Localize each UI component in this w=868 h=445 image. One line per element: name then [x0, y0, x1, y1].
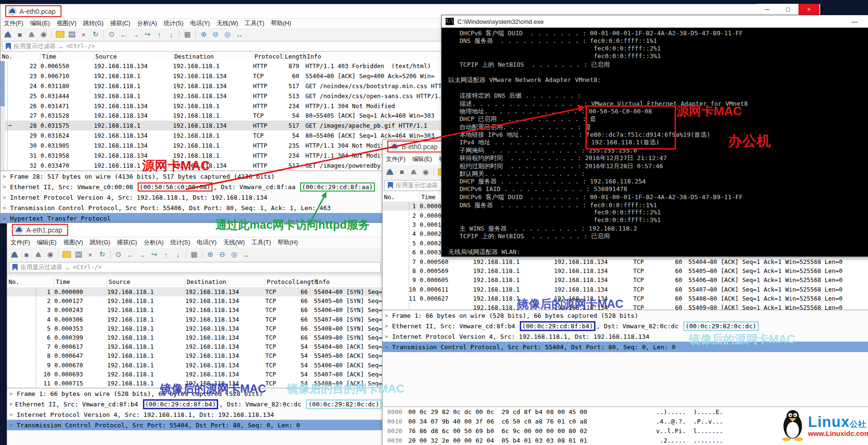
menu-item[interactable]: 跳转(G)	[80, 20, 107, 28]
bookmark-icon[interactable]	[12, 264, 18, 271]
detail-tcp-selected[interactable]: >Transmission Control Protocol, Src Port…	[383, 342, 868, 352]
bookmark-icon[interactable]	[6, 43, 11, 50]
packet-row[interactable]: 7 0.000617 192.168.118.1 192.168.118.134…	[7, 342, 383, 351]
menu-item[interactable]: 无线(W)	[220, 239, 248, 247]
packet-row[interactable]: 1 0.000000 192.168.118.1 192.168.118.134…	[7, 287, 383, 296]
column-header[interactable]: No.	[383, 192, 420, 202]
menu-item[interactable]: 文件(F)	[7, 239, 33, 247]
menu-item[interactable]: 视图(V)	[53, 20, 80, 28]
detail-ip[interactable]: >Internet Protocol Version 4, Src: 192.1…	[383, 331, 868, 342]
close-button[interactable]: ×	[798, 4, 819, 15]
resize-columns-icon[interactable]: ↔	[234, 30, 245, 39]
colorize-icon[interactable]: ▦	[182, 30, 193, 39]
packet-row[interactable]: 9 0.000605 192.168.118.1 192.168.118.134…	[383, 275, 868, 284]
capture-options-icon[interactable]: ◉	[38, 30, 49, 39]
packet-row[interactable]: 10 0.000693 192.168.118.1 192.168.118.13…	[7, 370, 383, 379]
packet-row[interactable]: 3 0.000243 192.168.118.1 192.168.118.134…	[7, 305, 383, 314]
column-header[interactable]: Info	[314, 276, 383, 287]
capture-start-icon[interactable]	[9, 250, 20, 259]
column-header[interactable]: Protocol	[253, 52, 283, 61]
menu-item[interactable]: 分析(A)	[141, 239, 167, 247]
open-file-icon[interactable]	[61, 250, 72, 259]
menu-item[interactable]: 电话(Y)	[187, 20, 213, 28]
capture-stop-icon[interactable]: ■	[14, 30, 25, 39]
menu-item[interactable]: 编辑(E)	[27, 20, 53, 28]
close-capture-icon[interactable]: ×	[85, 250, 96, 259]
capture-restart-icon[interactable]	[408, 167, 419, 177]
capture-start-icon[interactable]	[2, 30, 13, 39]
packet-row[interactable]: 2 0.000127 192.168.118.1 192.168.118.134…	[7, 296, 383, 305]
find-packet-icon[interactable]: ⊙	[113, 250, 124, 259]
packet-list-minimap[interactable]	[0, 61, 5, 171]
packet-row[interactable]: 192.168.118.1 192.168.118.134 TCP 60 554…	[383, 303, 868, 310]
close-capture-icon[interactable]: ×	[78, 30, 89, 39]
go-to-packet-icon[interactable]: ↪	[142, 30, 153, 39]
capture-stop-icon[interactable]: ■	[396, 167, 407, 177]
zoom-in-icon[interactable]: ⊕	[198, 30, 209, 39]
packet-row[interactable]: 5 0.000353 192.168.118.1 192.168.118.134…	[7, 324, 383, 333]
packet-row[interactable]: 8 0.000647 192.168.118.1 192.168.118.134…	[7, 351, 383, 360]
menu-item[interactable]: 文件(F)	[383, 155, 409, 163]
menu-item[interactable]: 文件(F)	[0, 20, 27, 28]
go-top-icon[interactable]: ↑	[154, 30, 165, 39]
capture-restart-icon[interactable]	[26, 30, 37, 39]
go-bottom-icon[interactable]: ↓	[172, 250, 183, 259]
menu-item[interactable]: 编辑(E)	[33, 239, 60, 247]
column-header[interactable]: No.	[0, 52, 40, 61]
find-packet-icon[interactable]: ⊙	[106, 30, 117, 39]
zoom-in-icon[interactable]: ⊕	[205, 250, 216, 259]
packet-row[interactable]: 8 0.000569 192.168.118.1 192.168.118.134…	[383, 266, 868, 275]
display-filter-input[interactable]: 应用显示过滤器 … <Ctrl-/>	[9, 262, 381, 273]
menu-item[interactable]: 捕获(C)	[113, 239, 140, 247]
zoom-out-icon[interactable]: ⊖	[217, 250, 228, 259]
zoom-100-icon[interactable]: ◎	[222, 30, 233, 39]
menu-item[interactable]: 工具(T)	[248, 239, 274, 247]
menu-item[interactable]: 视图(V)	[60, 239, 87, 247]
go-back-icon[interactable]: ←	[118, 30, 129, 39]
menu-item[interactable]: 电话(Y)	[193, 239, 220, 247]
column-header[interactable]: Source	[94, 52, 173, 61]
detail-frame[interactable]: >Frame 1: 66 bytes on wire (528 bits), 6…	[383, 310, 868, 321]
maximize-button[interactable]: □	[777, 4, 798, 15]
packet-row[interactable]: 10 0.000611 192.168.118.1 192.168.118.13…	[383, 285, 868, 294]
column-header[interactable]: Time	[54, 276, 107, 287]
go-bottom-icon[interactable]: ↓	[166, 30, 177, 39]
save-file-icon[interactable]: 010	[73, 250, 84, 259]
detail-ethernet[interactable]: >Ethernet II, Src: Vmware_cd:8f:b4 (00:0…	[7, 399, 383, 409]
detail-ip[interactable]: >Internet Protocol Version 4, Src: 192.1…	[7, 409, 383, 420]
column-header[interactable]: Time	[40, 52, 94, 61]
menu-item[interactable]: 帮助(H)	[274, 239, 301, 247]
menu-item[interactable]: 编辑(E)	[409, 155, 435, 163]
reload-icon[interactable]: ↻	[90, 30, 101, 39]
column-header[interactable]: Destination	[185, 276, 265, 287]
packet-row[interactable]: 4 0.000306 192.168.118.1 192.168.118.134…	[7, 315, 383, 324]
zoom-100-icon[interactable]: ◎	[229, 250, 240, 259]
column-header[interactable]: Source	[107, 276, 185, 287]
go-back-icon[interactable]: ←	[125, 250, 136, 259]
column-header[interactable]: Length	[295, 276, 314, 287]
save-file-icon[interactable]: 010	[66, 30, 77, 39]
open-file-icon[interactable]	[54, 30, 65, 39]
minimize-button[interactable]: ─	[757, 4, 777, 15]
bookmark-icon[interactable]	[388, 182, 393, 189]
packet-row[interactable]: 11 0.000627 192.168.118.1 192.168.118.13…	[383, 294, 868, 303]
column-header[interactable]: Protocol	[265, 276, 295, 287]
detail-tcp-selected[interactable]: >Transmission Control Protocol, Src Port…	[7, 420, 383, 430]
capture-options-icon[interactable]: ◉	[420, 167, 431, 177]
reload-icon[interactable]: ↻	[97, 250, 108, 259]
menu-item[interactable]: 跳转(G)	[86, 239, 113, 247]
packet-row[interactable]: 6 0.000399 192.168.118.1 192.168.118.134…	[7, 333, 383, 342]
titlebar-cmd[interactable]: C:\ C:\Windows\system32\cmd.exe —	[442, 15, 868, 28]
menu-item[interactable]: 统计(S)	[167, 239, 193, 247]
packet-row[interactable]: 9 0.000670 192.168.118.1 192.168.118.134…	[7, 361, 383, 370]
go-to-packet-icon[interactable]: ↪	[149, 250, 160, 259]
go-forward-icon[interactable]: →	[130, 30, 141, 39]
go-forward-icon[interactable]: →	[137, 250, 148, 259]
menu-item[interactable]: 统计(S)	[160, 20, 187, 28]
menu-item[interactable]: 无线(W)	[213, 20, 242, 28]
zoom-out-icon[interactable]: ⊖	[210, 30, 221, 39]
capture-stop-icon[interactable]: ■	[21, 250, 32, 259]
column-header[interactable]: Destination	[173, 52, 253, 61]
capture-start-icon[interactable]	[384, 167, 395, 177]
menu-item[interactable]: 帮助(H)	[268, 20, 294, 28]
